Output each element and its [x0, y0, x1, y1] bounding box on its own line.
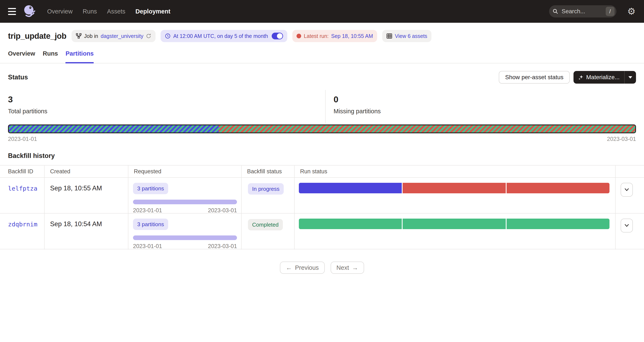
backfill-table: Backfill ID Created Requested Backfill s…	[0, 165, 644, 249]
top-nav: Overview Runs Assets Deployment Search..…	[0, 0, 644, 23]
run-status-dot-icon	[296, 34, 301, 38]
table-row: lelfptza Sep 18, 10:55 AM 3 partitions 2…	[0, 178, 644, 214]
requested-end-date: 2023-03-01	[208, 243, 237, 249]
column-created: Created	[44, 166, 128, 177]
partitions-count-badge[interactable]: 3 partitions	[133, 183, 168, 194]
requested-start-date: 2023-01-01	[133, 207, 162, 214]
run-segment[interactable]	[299, 183, 402, 193]
partition-bar-labels: 2023-01-01 2023-03-01	[8, 136, 636, 142]
next-label: Next	[336, 264, 349, 271]
created-timestamp: Sep 18, 10:55 AM	[50, 184, 102, 192]
materialize-button[interactable]: Materialize...	[574, 71, 624, 84]
latest-run-label: Latest run:	[304, 33, 328, 39]
column-backfill-id: Backfill ID	[0, 166, 44, 177]
requested-end-date: 2023-03-01	[208, 207, 237, 214]
nav-item-runs[interactable]: Runs	[83, 8, 97, 15]
requested-range-bar	[133, 200, 237, 204]
caret-down-icon	[628, 76, 632, 79]
pagination: ← Previous Next →	[0, 261, 644, 274]
column-run-status: Run status	[295, 166, 616, 177]
column-backfill-status: Backfill status	[242, 166, 295, 177]
tab-overview[interactable]: Overview	[8, 50, 35, 63]
expand-row-button[interactable]	[621, 183, 633, 197]
requested-range-bar	[133, 235, 237, 240]
search-input[interactable]: Search... /	[549, 5, 616, 18]
nav-item-overview[interactable]: Overview	[47, 8, 72, 15]
run-segment[interactable]	[299, 219, 402, 229]
partition-bar-segment-blue-green-stripes[interactable]	[9, 125, 219, 132]
backfill-id-link[interactable]: lelfptza	[8, 185, 38, 192]
assets-grid-icon	[386, 33, 392, 39]
partition-status-bar	[8, 124, 636, 133]
column-requested: Requested	[128, 166, 242, 177]
partitions-count-badge[interactable]: 3 partitions	[133, 219, 168, 230]
nav-item-assets[interactable]: Assets	[107, 8, 126, 15]
table-row: zdqbrnim Sep 18, 10:54 AM 3 partitions 2…	[0, 214, 644, 249]
schedule-label: At 12:00 AM UTC, on day 5 of the month	[173, 33, 268, 39]
arrow-left-icon: ←	[286, 264, 292, 271]
chevron-down-icon	[624, 188, 629, 191]
schedule-badge: At 12:00 AM UTC, on day 5 of the month	[160, 30, 287, 42]
job-location-prefix: Job in	[84, 33, 98, 39]
backfill-id-link[interactable]: zdqbrnim	[8, 221, 38, 228]
status-heading: Status	[8, 74, 28, 81]
job-tabs: Overview Runs Partitions	[0, 50, 644, 63]
reload-icon[interactable]	[146, 33, 151, 39]
previous-label: Previous	[295, 264, 319, 271]
view-assets-badge: View 6 assets	[382, 30, 432, 42]
job-dag-icon	[76, 33, 82, 39]
backfill-history-heading: Backfill history	[0, 142, 644, 165]
previous-page-button[interactable]: ← Previous	[280, 261, 325, 274]
materialize-split-button: Materialize...	[574, 71, 636, 84]
latest-run-badge: Latest run: Sep 18, 10:55 AM	[292, 30, 377, 42]
column-expander	[616, 166, 644, 177]
run-segment[interactable]	[402, 219, 506, 229]
dagster-logo[interactable]	[24, 5, 35, 18]
sparkle-icon	[578, 75, 584, 80]
search-icon	[552, 9, 558, 14]
materialize-dropdown-button[interactable]	[624, 71, 636, 84]
view-assets-link[interactable]: View 6 assets	[395, 33, 427, 39]
job-location-badge: Job in dagster_university	[72, 30, 156, 42]
show-per-asset-status-button[interactable]: Show per-asset status	[499, 71, 570, 84]
clock-icon	[165, 33, 171, 39]
partition-bar-segment-red-green-stripes[interactable]	[219, 125, 635, 132]
nav-item-deployment[interactable]: Deployment	[136, 8, 170, 15]
requested-start-date: 2023-01-01	[133, 243, 162, 249]
run-segment[interactable]	[506, 219, 610, 229]
missing-partitions-value: 0	[334, 95, 644, 105]
created-timestamp: Sep 18, 10:54 AM	[50, 220, 102, 228]
materialize-label: Materialize...	[586, 74, 620, 81]
status-actions: Show per-asset status Materialize...	[499, 71, 636, 84]
partition-counts: 3 Total partitions 0 Missing partitions	[0, 90, 644, 124]
backfill-status-badge: In progress	[248, 183, 284, 195]
backfill-table-body: lelfptza Sep 18, 10:55 AM 3 partitions 2…	[0, 178, 644, 249]
next-page-button[interactable]: Next →	[331, 261, 364, 274]
missing-partitions-label: Missing partitions	[334, 108, 644, 115]
schedule-toggle[interactable]	[272, 33, 283, 39]
backfill-status-badge: Completed	[248, 219, 283, 230]
search-shortcut-key: /	[606, 7, 614, 16]
chevron-down-icon	[624, 224, 629, 227]
total-partitions-value: 3	[8, 95, 325, 105]
backfill-table-header: Backfill ID Created Requested Backfill s…	[0, 166, 644, 178]
run-status-bar	[299, 183, 610, 193]
search-placeholder: Search...	[562, 8, 606, 15]
page-title: trip_update_job	[8, 32, 66, 41]
job-header: trip_update_job Job in dagster_universit…	[0, 23, 644, 42]
tab-partitions[interactable]: Partitions	[66, 50, 94, 63]
latest-run-link[interactable]: Sep 18, 10:55 AM	[331, 33, 373, 39]
run-segment[interactable]	[402, 183, 506, 193]
gear-icon[interactable]: ⚙	[627, 7, 636, 16]
total-partitions-label: Total partitions	[8, 108, 325, 115]
partition-range-end: 2023-03-01	[607, 136, 636, 142]
partition-status-bar-section: 2023-01-01 2023-03-01	[0, 124, 644, 142]
total-partitions-cell: 3 Total partitions	[0, 90, 325, 124]
hamburger-menu-icon[interactable]	[8, 6, 18, 17]
missing-partitions-cell: 0 Missing partitions	[325, 90, 644, 124]
tab-runs[interactable]: Runs	[43, 50, 58, 63]
arrow-right-icon: →	[352, 264, 358, 271]
expand-row-button[interactable]	[621, 219, 633, 232]
repo-link[interactable]: dagster_university	[100, 33, 143, 39]
run-segment[interactable]	[506, 183, 610, 193]
